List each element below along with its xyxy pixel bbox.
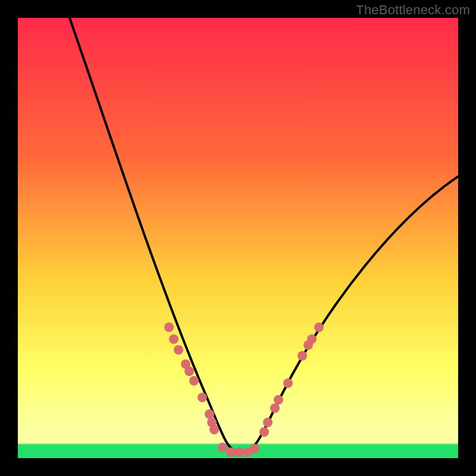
left-dot-7 xyxy=(198,393,207,402)
right-dot-8 xyxy=(307,334,317,344)
data-markers xyxy=(164,322,324,457)
left-dot-1 xyxy=(164,322,174,332)
left-dot-5 xyxy=(184,367,194,376)
bottom-dot-5 xyxy=(250,444,259,453)
left-dot-3 xyxy=(174,345,183,355)
left-dot-6 xyxy=(189,376,199,386)
right-dot-5 xyxy=(283,378,293,388)
bottom-dot-1 xyxy=(218,443,227,452)
right-dot-2 xyxy=(263,418,273,427)
right-dot-3 xyxy=(270,403,280,413)
chart-svg xyxy=(18,18,458,458)
plot-area xyxy=(18,18,458,458)
bottleneck-curve xyxy=(65,18,458,452)
left-dot-10 xyxy=(209,425,219,434)
left-dot-8 xyxy=(205,409,214,419)
bottom-dot-2 xyxy=(226,447,236,457)
left-dot-2 xyxy=(169,334,178,344)
right-dot-4 xyxy=(274,395,283,405)
right-dot-9 xyxy=(314,322,324,332)
watermark-text: TheBottleneck.com xyxy=(356,2,470,18)
bottom-dot-3 xyxy=(234,447,244,457)
right-dot-1 xyxy=(259,427,269,437)
right-dot-6 xyxy=(298,351,307,361)
